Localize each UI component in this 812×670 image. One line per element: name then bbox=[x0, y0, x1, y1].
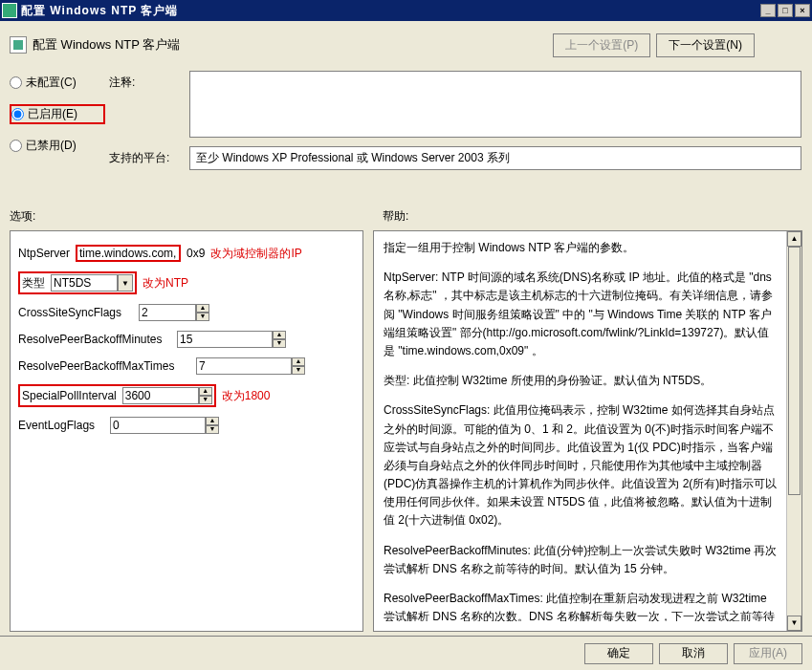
options-header: 选项: bbox=[10, 208, 363, 225]
type-label: 类型 bbox=[22, 275, 45, 292]
scroll-thumb[interactable] bbox=[788, 247, 801, 495]
window-title: 配置 Windows NTP 客户端 bbox=[21, 3, 758, 19]
help-panel: 指定一组用于控制 Windows NTP 客户端的参数。 NtpServer: … bbox=[373, 230, 802, 632]
help-header: 帮助: bbox=[383, 208, 408, 225]
ntpserver-label: NtpServer bbox=[18, 247, 70, 260]
crosssite-label: CrossSiteSyncFlags bbox=[18, 306, 133, 319]
next-setting-button[interactable]: 下一个设置(N) bbox=[656, 33, 755, 57]
options-panel: NtpServer 0x9 改为域控制器的IP 类型 ▼ 改为NTP Cross… bbox=[10, 230, 363, 632]
help-p5: ResolvePeerBackoffMinutes: 此值(分钟)控制上一次尝试… bbox=[384, 542, 779, 578]
eventlog-spinner[interactable]: ▲▼ bbox=[110, 417, 219, 434]
radio-not-configured-input[interactable] bbox=[10, 76, 22, 89]
radio-enabled-label: 已启用(E) bbox=[28, 106, 77, 122]
spin-down-icon[interactable]: ▼ bbox=[206, 425, 219, 434]
spin-up-icon[interactable]: ▲ bbox=[199, 387, 212, 396]
ntpserver-input[interactable] bbox=[76, 245, 181, 262]
ntpserver-suffix: 0x9 bbox=[187, 247, 205, 260]
help-p2: NtpServer: NTP 时间源的域名系统(DNS)名称或 IP 地址。此值… bbox=[384, 269, 779, 360]
type-input[interactable] bbox=[51, 274, 118, 292]
resolvemax-input[interactable] bbox=[196, 357, 292, 375]
maximize-button[interactable]: □ bbox=[778, 4, 793, 17]
radio-disabled-label: 已禁用(D) bbox=[26, 138, 77, 154]
resolvemin-label: ResolvePeerBackoffMinutes bbox=[18, 333, 171, 346]
help-scrollbar[interactable]: ▲ ▼ bbox=[786, 231, 801, 631]
supported-platforms: 至少 Windows XP Professional 或 Windows Ser… bbox=[189, 146, 801, 170]
spin-up-icon[interactable]: ▲ bbox=[196, 304, 209, 313]
radio-enabled[interactable]: 已启用(E) bbox=[11, 106, 103, 122]
policy-icon bbox=[10, 36, 27, 54]
scroll-up-icon[interactable]: ▲ bbox=[787, 231, 801, 247]
prev-setting-button[interactable]: 上一个设置(P) bbox=[553, 33, 650, 57]
type-combo[interactable]: ▼ bbox=[51, 274, 133, 292]
comment-textarea[interactable] bbox=[189, 71, 801, 138]
resolvemax-spinner[interactable]: ▲▼ bbox=[196, 357, 305, 375]
ntpserver-annotation: 改为域控制器的IP bbox=[210, 246, 301, 262]
resolvemin-input[interactable] bbox=[177, 331, 273, 348]
radio-not-configured-label: 未配置(C) bbox=[26, 75, 77, 91]
scroll-track[interactable] bbox=[787, 247, 801, 616]
help-text[interactable]: 指定一组用于控制 Windows NTP 客户端的参数。 NtpServer: … bbox=[384, 239, 792, 621]
app-icon bbox=[2, 3, 17, 18]
special-annotation: 改为1800 bbox=[222, 388, 271, 404]
type-dropdown-icon[interactable]: ▼ bbox=[118, 274, 133, 292]
help-p6: ResolvePeerBackoffMaxTimes: 此值控制在重新启动发现进… bbox=[384, 590, 779, 621]
spin-down-icon[interactable]: ▼ bbox=[199, 396, 212, 404]
spin-up-icon[interactable]: ▲ bbox=[292, 357, 305, 366]
eventlog-input[interactable] bbox=[110, 417, 206, 434]
eventlog-label: EventLogFlags bbox=[18, 419, 104, 432]
supported-label: 支持的平台: bbox=[109, 146, 186, 166]
ok-button[interactable]: 确定 bbox=[584, 643, 653, 664]
radio-disabled[interactable]: 已禁用(D) bbox=[10, 138, 105, 154]
crosssite-spinner[interactable]: ▲▼ bbox=[139, 304, 209, 321]
special-input[interactable] bbox=[122, 387, 199, 404]
scroll-down-icon[interactable]: ▼ bbox=[787, 616, 801, 631]
close-button[interactable]: × bbox=[795, 4, 810, 17]
spin-down-icon[interactable]: ▼ bbox=[292, 366, 305, 375]
minimize-button[interactable]: _ bbox=[760, 4, 776, 17]
resolvemin-spinner[interactable]: ▲▼ bbox=[177, 331, 286, 348]
radio-enabled-input[interactable] bbox=[11, 108, 24, 120]
help-p3: 类型: 此值控制 W32time 所使用的身份验证。默认值为 NT5DS。 bbox=[384, 372, 779, 390]
help-p1: 指定一组用于控制 Windows NTP 客户端的参数。 bbox=[384, 239, 779, 257]
spin-down-icon[interactable]: ▼ bbox=[196, 313, 209, 321]
cancel-button[interactable]: 取消 bbox=[659, 643, 728, 664]
spin-up-icon[interactable]: ▲ bbox=[273, 331, 286, 339]
comment-label: 注释: bbox=[109, 71, 186, 91]
crosssite-input[interactable] bbox=[139, 304, 196, 321]
page-heading: 配置 Windows NTP 客户端 bbox=[33, 36, 180, 54]
apply-button[interactable]: 应用(A) bbox=[734, 643, 802, 664]
radio-disabled-input[interactable] bbox=[10, 140, 22, 152]
special-spinner[interactable]: ▲▼ bbox=[122, 387, 212, 404]
button-bar: 确定 取消 应用(A) bbox=[0, 636, 812, 670]
type-annotation: 改为NTP bbox=[143, 275, 188, 292]
help-p4: CrossSiteSyncFlags: 此值用位掩码表示，控制 W32time … bbox=[384, 401, 779, 530]
spin-up-icon[interactable]: ▲ bbox=[206, 417, 219, 425]
radio-not-configured[interactable]: 未配置(C) bbox=[10, 75, 105, 91]
resolvemax-label: ResolvePeerBackoffMaxTimes bbox=[18, 359, 190, 373]
title-bar: 配置 Windows NTP 客户端 _ □ × bbox=[0, 0, 812, 21]
special-label: SpecialPollInterval bbox=[22, 389, 117, 402]
spin-down-icon[interactable]: ▼ bbox=[273, 339, 286, 348]
